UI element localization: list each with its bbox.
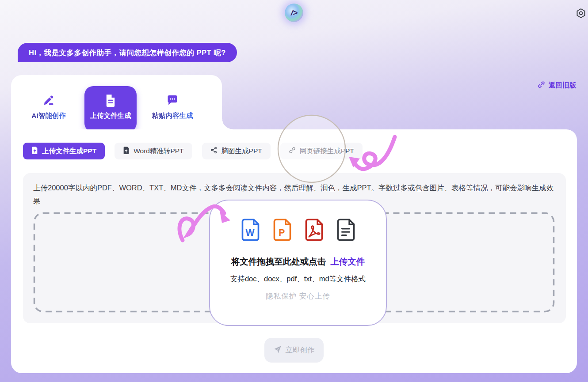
svg-text:W: W — [245, 227, 254, 238]
greeting-text: Hi，我是文多多创作助手，请问您想怎样创作您的 PPT 呢? — [29, 49, 226, 57]
subtab-word-to-ppt[interactable]: Word精准转PPT — [115, 143, 192, 159]
subtab-label: Word精准转PPT — [134, 147, 183, 156]
create-now-button[interactable]: 立即创作 — [264, 338, 324, 363]
pdf-file-icon — [304, 218, 325, 243]
subtab-label: 脑图生成PPT — [221, 147, 262, 156]
document-icon — [104, 94, 117, 107]
ppt-file-icon: P — [272, 218, 293, 243]
create-button-label: 立即创作 — [286, 345, 315, 355]
subtab-label: 上传文件生成PPT — [42, 147, 96, 156]
subtab-row: 上传文件生成PPT Word精准转PPT 脑图生成PPT — [23, 143, 363, 159]
tab-label: 粘贴内容生成 — [152, 111, 193, 121]
tab-label: AI智能创作 — [31, 111, 66, 121]
file-type-icons: W P — [240, 218, 356, 243]
assistant-greeting-bubble: Hi，我是文多多创作助手，请问您想怎样创作您的 PPT 呢? — [18, 43, 237, 62]
upload-card[interactable]: W P 将文件拖 — [209, 200, 387, 326]
paper-plane-icon — [274, 345, 282, 355]
text-file-icon — [336, 218, 356, 243]
logo-glyph: /> — [291, 8, 297, 18]
subtab-weblink-ppt[interactable]: 网页链接生成PPT — [280, 143, 363, 159]
chat-dots-icon — [166, 94, 179, 107]
tab-upload-file[interactable]: 上传文件生成 — [84, 86, 137, 132]
tab-paste-content[interactable]: 粘贴内容生成 — [146, 86, 199, 132]
supported-formats-text: 支持doc、docx、pdf、txt、md等文件格式 — [230, 274, 366, 284]
file-upload-icon — [123, 147, 130, 156]
svg-text:P: P — [279, 227, 285, 238]
tab-ai-create[interactable]: AI智能创作 — [23, 86, 75, 132]
drag-drop-text: 将文件拖拽至此处或点击上传文件 — [231, 256, 365, 268]
back-link-label: 返回旧版 — [549, 81, 576, 90]
share-nodes-icon — [210, 147, 218, 155]
app-logo: /> — [285, 4, 303, 22]
settings-gear-icon[interactable] — [575, 8, 587, 19]
subtab-label: 网页链接生成PPT — [300, 147, 354, 156]
back-to-old-version-link[interactable]: 返回旧版 — [538, 81, 576, 90]
privacy-text: 隐私保护 安心上传 — [266, 291, 330, 301]
pencil-icon — [42, 94, 55, 107]
tab-label: 上传文件生成 — [90, 111, 131, 121]
link-icon — [538, 81, 545, 90]
subtab-upload-file-ppt[interactable]: 上传文件生成PPT — [23, 143, 105, 159]
file-upload-icon — [31, 147, 38, 156]
subtab-mindmap-ppt[interactable]: 脑图生成PPT — [202, 143, 271, 159]
upload-file-link[interactable]: 上传文件 — [330, 257, 365, 266]
word-file-icon: W — [240, 218, 261, 243]
drag-text: 将文件拖拽至此处或点击 — [231, 257, 326, 266]
link-icon — [289, 147, 296, 155]
tabcard-fillet — [222, 119, 233, 129]
